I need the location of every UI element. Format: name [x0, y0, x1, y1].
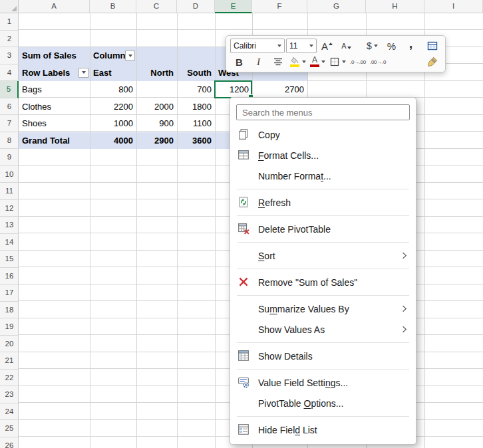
menu-item-hide-field-list[interactable]: Hide Field List	[230, 419, 416, 440]
percent-style-button[interactable]: %	[383, 39, 401, 53]
row-header-14[interactable]: 14	[0, 234, 19, 251]
row-header-7[interactable]: 7	[0, 115, 19, 132]
cell-d8[interactable]: 3600	[177, 132, 215, 150]
row-header-6[interactable]: 6	[0, 98, 19, 116]
row-header-17[interactable]: 17	[0, 284, 19, 302]
grow-font-button[interactable]: A	[318, 39, 336, 53]
cell-a8[interactable]: Grand Total	[19, 132, 90, 150]
column-labels-filter-button[interactable]	[125, 51, 135, 60]
row-header-19[interactable]: 19	[0, 318, 19, 336]
row-header-1[interactable]: 1	[0, 13, 19, 31]
row-header-18[interactable]: 18	[0, 302, 19, 319]
shrink-font-button[interactable]: A	[337, 39, 355, 53]
menu-item-show-details[interactable]: Show Details	[230, 346, 416, 366]
menu-item-value-field-settings[interactable]: Value Field Settings...	[230, 372, 416, 393]
row-labels-filter-button[interactable]	[79, 68, 88, 78]
menu-item-refresh[interactable]: Refresh	[230, 192, 416, 213]
cell-a6[interactable]: Clothes	[19, 98, 90, 116]
row-header-11[interactable]: 11	[0, 183, 19, 200]
cell-b7[interactable]: 1000	[90, 115, 136, 132]
menu-item-show-values-as[interactable]: Show Values As	[230, 319, 416, 340]
font-name-combo-value: Calibri	[234, 41, 256, 51]
menu-item-remove-sum-of-sales[interactable]: Remove "Sum of Sales"	[230, 272, 416, 292]
cell-a7[interactable]: Shoes	[19, 115, 90, 132]
italic-button[interactable]: I	[249, 55, 267, 69]
dropdown-caret-icon	[309, 45, 313, 47]
row-header-24[interactable]: 24	[0, 403, 19, 421]
dropdown-caret-icon	[277, 45, 281, 47]
cell-d6[interactable]: 1800	[177, 98, 215, 116]
cell-a4[interactable]: Row Labels	[19, 64, 79, 82]
font-size-combo-value: 11	[289, 41, 297, 51]
format-as-table-icon	[426, 40, 438, 52]
font-name-combo[interactable]: Calibri	[230, 39, 285, 53]
cell-c8[interactable]: 2900	[136, 132, 177, 150]
dropdown-caret-icon	[302, 60, 306, 63]
decrease-decimal-button[interactable]: .00→.0	[369, 55, 387, 69]
row-header-13[interactable]: 13	[0, 217, 19, 234]
menu-item-format-cells[interactable]: Format Cells...	[230, 145, 416, 166]
menu-item-copy[interactable]: Copy	[230, 124, 416, 145]
menu-item-label: Format Cells...	[258, 150, 319, 161]
cell-b4[interactable]: East	[90, 64, 136, 82]
row-header-15[interactable]: 15	[0, 251, 19, 268]
select-all-button[interactable]	[0, 0, 19, 13]
comma-style-button[interactable]: ,	[402, 39, 420, 53]
increase-decimal-button[interactable]: .0→.00	[349, 55, 367, 69]
cell-a5[interactable]: Bags	[19, 81, 90, 98]
menu-item-pivottable-options[interactable]: PivotTable Options...	[230, 393, 416, 413]
font-size-combo[interactable]: 11	[286, 39, 317, 53]
align-center-button[interactable]	[269, 55, 287, 69]
row-header-20[interactable]: 20	[0, 336, 19, 353]
align-center-icon	[273, 56, 283, 67]
row-header-2[interactable]: 2	[0, 31, 19, 48]
format-as-table-button[interactable]	[423, 39, 441, 53]
row-header-3[interactable]: 3	[0, 47, 19, 64]
row-header-25[interactable]: 25	[0, 420, 19, 437]
accounting-format-button[interactable]: $	[363, 39, 381, 53]
row-header-8[interactable]: 8	[0, 132, 19, 150]
format-painter-button[interactable]	[423, 55, 441, 69]
cell-b5[interactable]: 800	[90, 81, 136, 98]
increase-decimal-icon: .0→.00	[350, 59, 366, 65]
menu-item-sort[interactable]: Sort	[230, 245, 416, 266]
cell-b8[interactable]: 4000	[90, 132, 136, 150]
cell-d5[interactable]: 700	[177, 81, 215, 98]
row-header-12[interactable]: 12	[0, 200, 19, 217]
grow-font-icon: A	[321, 41, 333, 51]
borders-button[interactable]	[328, 55, 347, 69]
cell-f5[interactable]: 2700	[252, 81, 307, 98]
row-header-16[interactable]: 16	[0, 268, 19, 285]
cell-c7[interactable]: 900	[136, 115, 177, 132]
menu-item-summarize-values-by[interactable]: Summarize Values By	[230, 298, 416, 319]
row-header-4[interactable]: 4	[0, 64, 19, 82]
excel-window: Sum of SalesColumn LabelsRow LabelsEastN…	[0, 0, 483, 448]
comma-style-icon: ,	[409, 43, 413, 49]
cell-d7[interactable]: 1100	[177, 115, 215, 132]
row-header-10[interactable]: 10	[0, 166, 19, 183]
fill-color-button[interactable]	[288, 55, 307, 69]
cell-c6[interactable]: 2000	[136, 98, 177, 116]
cell-a3[interactable]: Sum of Sales	[19, 47, 90, 64]
bold-button[interactable]: B	[230, 55, 248, 69]
font-color-button[interactable]: A	[309, 55, 327, 69]
menu-search-input[interactable]	[236, 104, 410, 120]
row-header-22[interactable]: 22	[0, 370, 19, 387]
menu-item-number-format[interactable]: Number Format...	[230, 166, 416, 186]
cell-d4[interactable]: South	[177, 64, 215, 82]
row-header-26[interactable]: 26	[0, 437, 19, 448]
row-header-23[interactable]: 23	[0, 386, 19, 403]
menu-item-label: Delete PivotTable	[258, 224, 331, 235]
show-details-icon	[238, 350, 249, 362]
submenu-chevron-icon	[399, 304, 409, 314]
row-header-9[interactable]: 9	[0, 149, 19, 166]
cell-c4[interactable]: North	[136, 64, 177, 82]
borders-icon	[329, 56, 340, 67]
row-header-5[interactable]: 5	[0, 81, 19, 98]
selected-cell-border	[214, 80, 252, 98]
cell-b3[interactable]: Column Labels	[90, 47, 125, 64]
delete-pivottable-icon	[238, 223, 249, 235]
menu-item-delete-pivottable[interactable]: Delete PivotTable	[230, 219, 416, 239]
cell-b6[interactable]: 2200	[90, 98, 136, 116]
row-header-21[interactable]: 21	[0, 352, 19, 370]
